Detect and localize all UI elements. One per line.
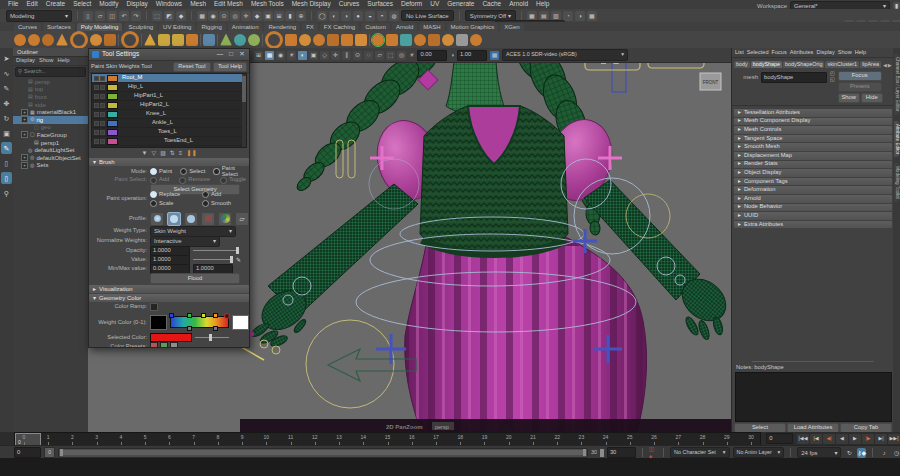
sort-flat-icon[interactable]: ≡ — [179, 150, 183, 156]
viewport-toolbar-icon[interactable]: ⊙ — [353, 51, 362, 60]
influence-row[interactable]: Knee_L — [92, 110, 246, 119]
ae-node-tab[interactable]: lipArea — [860, 61, 881, 68]
gamma-icon[interactable]: ◑ — [450, 52, 454, 58]
outliner-menu-item[interactable]: Help — [58, 58, 70, 64]
toolbox-tool-icon[interactable]: ⚲ — [1, 187, 12, 199]
ramp-icon[interactable]: ▨ — [160, 150, 166, 156]
color-preset-swatch[interactable] — [160, 342, 168, 349]
playback-button[interactable]: ◀| — [823, 434, 835, 444]
lock-cells[interactable] — [94, 112, 105, 117]
clock-icon[interactable]: ◷ — [892, 448, 900, 458]
visualization-section-header[interactable]: ▸Visualization — [89, 285, 249, 293]
influence-row[interactable]: Root_M — [92, 74, 246, 83]
shelf-tool-icon[interactable] — [70, 31, 88, 49]
toolbox-tool-icon[interactable]: ✎ — [1, 142, 12, 154]
panel-toggle-icon[interactable]: ▥ — [551, 11, 561, 21]
toolbox-tool-icon[interactable]: ↻ — [1, 112, 12, 124]
paint-bucket2-icon[interactable]: ▽ — [152, 150, 157, 156]
swap-node-icons[interactable]: ◰◱ — [830, 71, 835, 103]
panel-toggle-icon[interactable]: ◔ — [563, 11, 573, 21]
shelf-tool-icon[interactable] — [313, 34, 325, 46]
snap-icon[interactable]: ⊕ — [296, 11, 306, 21]
menu-item[interactable]: Help — [532, 1, 553, 8]
weight-color-ramp[interactable] — [170, 316, 229, 328]
time-slider[interactable]: 0 01234567891011121314151617181920212223… — [0, 432, 900, 445]
render-icon[interactable]: ◒ — [365, 11, 375, 21]
viewport-toolbar-icon[interactable]: ☀ — [287, 51, 296, 60]
outliner-item[interactable]: ◎defaultLightSet — [13, 146, 88, 154]
ae-section-bar[interactable]: ▸Component Tags — [734, 178, 892, 186]
mesh-name-field[interactable]: bodyShape — [761, 72, 827, 83]
shelf-tool-icon[interactable] — [299, 34, 311, 46]
outliner-item[interactable]: ▤persp1 — [13, 139, 88, 147]
shelf-tool-icon[interactable] — [234, 34, 246, 46]
paint-bucket-icon[interactable]: ▼ — [142, 150, 148, 156]
shelf-tool-icon[interactable] — [428, 34, 440, 46]
ae-section-bar[interactable]: ▸Mesh Component Display — [734, 118, 892, 126]
viewport-toolbar-icon[interactable]: ▣ — [309, 51, 318, 60]
snap-icon[interactable]: ▣ — [263, 11, 273, 21]
menu-item[interactable]: File — [4, 1, 22, 8]
viewport-toolbar-icon[interactable]: ▱ — [375, 51, 384, 60]
character-set-select[interactable]: No Character Set▾ — [670, 447, 729, 458]
reset-tool-button[interactable]: Reset Tool — [173, 62, 211, 72]
shelf-tool-icon[interactable] — [355, 34, 367, 46]
shelf-tool-icon[interactable] — [42, 34, 54, 46]
normalize-select[interactable]: Interactive▾ — [150, 236, 220, 247]
shelf-tool-icon[interactable] — [118, 34, 119, 46]
outliner-item[interactable]: ⚙rig — [13, 116, 88, 124]
ae-node-tab[interactable]: body — [734, 61, 750, 68]
menu-item[interactable]: Generate — [443, 1, 478, 8]
focus-button[interactable]: Focus — [838, 71, 882, 81]
anim-layer-select[interactable]: No Anim Layer▾ — [733, 447, 785, 458]
lock-cells[interactable] — [94, 94, 105, 99]
snap-icon[interactable]: ◎ — [230, 11, 240, 21]
ae-menu-item[interactable]: Display — [816, 50, 834, 56]
weight-type-select[interactable]: Skin Weight▾ — [150, 226, 236, 237]
range-start-handle[interactable]: 0 — [44, 447, 56, 458]
menu-item[interactable]: Surfaces — [363, 1, 397, 8]
toolbox-tool-icon[interactable]: ➤ — [1, 52, 12, 64]
brush-profile-solid[interactable] — [184, 212, 198, 226]
viewport-toolbar-icon[interactable]: ∥ — [342, 51, 351, 60]
flood-button[interactable]: Flood — [150, 273, 240, 284]
shelf-tool-icon[interactable] — [172, 34, 184, 46]
snap-icon[interactable]: ✛ — [241, 11, 251, 21]
menu-item[interactable]: Edit Mesh — [210, 1, 247, 8]
viewport-toolbar-icon[interactable]: ⬚ — [386, 51, 395, 60]
tab-scroll-right-icon[interactable]: ▶ — [888, 63, 892, 68]
ae-section-bar[interactable]: ▸Mesh Controls — [734, 126, 892, 134]
file-tool-icon[interactable]: ▱ — [95, 11, 105, 21]
column-icons[interactable]: ❚❚ — [186, 150, 196, 156]
ae-section-bar[interactable]: ▸Tessellation Attributes — [734, 109, 892, 117]
shelf-tool-icon[interactable] — [144, 34, 156, 46]
minimize-icon[interactable]: — — [216, 51, 224, 58]
shelf-tool-icon[interactable] — [285, 34, 297, 46]
panel-toggle-icon[interactable]: ▦ — [527, 11, 537, 21]
min-value-field[interactable]: 0.0000 — [150, 264, 190, 274]
ae-menu-item[interactable]: Help — [855, 50, 867, 56]
range-end-field[interactable]: 30 — [607, 447, 636, 458]
value-slider[interactable] — [193, 259, 233, 260]
show-button[interactable]: Show — [838, 93, 860, 103]
viewport-toolbar-icon[interactable]: ◌ — [364, 51, 373, 60]
render-icon[interactable]: ◯ — [317, 11, 327, 21]
shelf-tab[interactable]: XGen — [500, 23, 523, 31]
outliner-menu-item[interactable]: Display — [16, 58, 35, 64]
ae-menu-item[interactable]: Selected — [747, 50, 769, 56]
panel-toggle-icon[interactable]: ▦ — [587, 11, 597, 21]
shelf-tool-icon[interactable] — [262, 34, 263, 46]
ae-menu-item[interactable]: List — [735, 50, 744, 56]
viewport-toolbar-icon[interactable]: ⊞ — [254, 51, 263, 60]
exposure-icon[interactable]: ☀ — [409, 52, 414, 58]
shelf-tool-icon[interactable] — [90, 34, 102, 46]
shelf-tool-icon[interactable] — [220, 34, 232, 46]
viewport-toolbar-icon[interactable]: ◎ — [397, 51, 406, 60]
shelf-tool-icon[interactable] — [442, 34, 454, 46]
ae-section-bar[interactable]: ▸Extra Attributes — [734, 221, 892, 229]
menu-item[interactable]: Edit — [22, 1, 41, 8]
ae-menu-item[interactable]: Focus — [772, 50, 787, 56]
lock-cells[interactable] — [94, 139, 105, 144]
pencil-icon[interactable]: ✎ — [236, 257, 241, 263]
live-surface-field[interactable]: No Live Surface — [401, 10, 454, 21]
